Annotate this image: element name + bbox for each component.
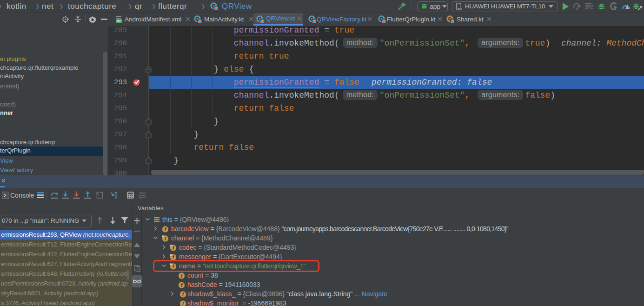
svg-text:MF: MF — [117, 19, 122, 23]
svg-text:A: A — [576, 7, 578, 10]
